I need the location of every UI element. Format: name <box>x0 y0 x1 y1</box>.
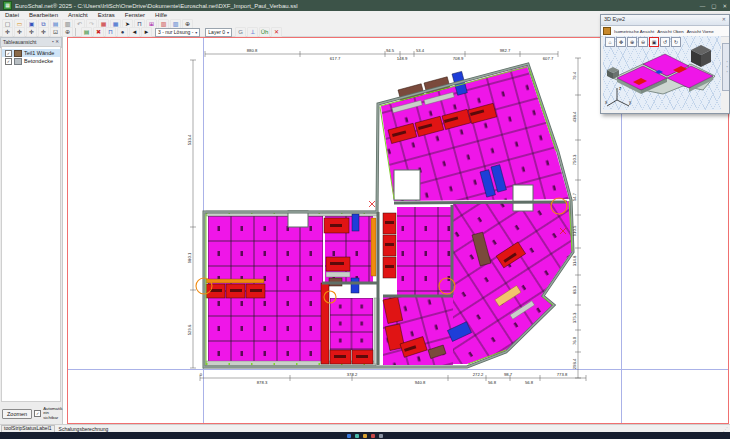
home-view-icon[interactable]: ⌂ <box>605 37 615 47</box>
settings-icon[interactable]: ● <box>117 27 128 37</box>
taskbar-icon[interactable] <box>379 434 383 438</box>
checkbox[interactable]: ✓ <box>5 50 12 57</box>
mode-group: ▤✖Π● <box>81 27 128 37</box>
pan-3d-icon[interactable]: ✥ <box>616 37 626 47</box>
taskbar-icon[interactable] <box>371 434 375 438</box>
viewer3d-overlay-controls: ⌂✥⊕⊖▣↺↻ <box>605 37 681 47</box>
window-title: EuroSchal.net® 2025 - C:\Users\IrliSch\O… <box>15 3 298 9</box>
viewer3d-titlebar[interactable]: 3D Eye2 ✕ <box>601 15 729 26</box>
orbit-active-icon[interactable]: ▣ <box>649 37 659 47</box>
svg-text:880.8: 880.8 <box>247 48 258 53</box>
pin-icon[interactable]: ▪ <box>52 39 54 44</box>
tableau-panel: Tableauansicht ▪ ✕ ✓ Teil1 Wände ✓ Beton… <box>0 37 63 424</box>
svg-text:54.7: 54.7 <box>572 192 577 201</box>
pan-group: ✛✛✛✛⊡⊕ <box>2 27 73 37</box>
svg-text:0: 0 <box>200 372 203 377</box>
svg-text:708.9: 708.9 <box>453 56 464 61</box>
auto-label-2: ein sichtbar <box>43 410 58 420</box>
menu-ansicht[interactable]: Ansicht <box>63 12 93 18</box>
svg-text:375.3: 375.3 <box>572 312 577 323</box>
btn-top-view[interactable]: Ansicht Oben <box>657 29 683 34</box>
zoom-out-3d-icon[interactable]: ⊖ <box>638 37 648 47</box>
tableau-panel-footer: Zoomen ✓ Automatik ein sichtbar <box>0 403 62 424</box>
taskbar-icon[interactable] <box>347 434 351 438</box>
windows-taskbar[interactable] <box>0 432 730 439</box>
checkbox[interactable]: ✓ <box>5 58 12 65</box>
delete-solution-icon[interactable]: ✖ <box>93 27 104 37</box>
viewer3d-scene[interactable]: z y x <box>603 36 721 110</box>
svg-text:982.7: 982.7 <box>500 48 511 53</box>
right-group: G⊥Üh✕ <box>235 27 282 37</box>
zoom-in-3d-icon[interactable]: ⊕ <box>627 37 637 47</box>
iso-building: z y x <box>603 36 721 110</box>
layer-select-value: Layer 0 <box>208 29 225 36</box>
tree-item-slab[interactable]: ✓ Betondecke <box>2 57 60 65</box>
menu-hilfe[interactable]: Hilfe <box>150 12 172 18</box>
menu-bearbeiten[interactable]: Bearbeiten <box>24 12 63 18</box>
close-icon[interactable]: ✕ <box>722 3 727 9</box>
separator <box>75 28 79 36</box>
chevron-down-icon: ▾ <box>195 29 197 36</box>
rotate-right-icon[interactable]: ↻ <box>671 37 681 47</box>
zoom-button[interactable]: Zoomen <box>2 409 32 419</box>
svg-text:79.4: 79.4 <box>572 71 577 80</box>
solution-list-icon[interactable]: ▤ <box>81 27 92 37</box>
close-icon[interactable]: ✕ <box>55 39 59 44</box>
window-controls[interactable]: —▢✕ <box>700 3 727 9</box>
viewer3d-side-tab[interactable]: ▪▪▪ <box>722 43 729 91</box>
svg-text:378.2: 378.2 <box>347 372 358 377</box>
zoom-all-icon[interactable]: ⊕ <box>62 27 73 37</box>
taskbar-icon[interactable] <box>363 434 367 438</box>
pan-right-icon[interactable]: ✛ <box>14 27 25 37</box>
viewer3d-panel[interactable]: 3D Eye2 ✕ Isometrische Ansicht Ansicht O… <box>600 14 730 114</box>
chevron-down-icon: ▾ <box>227 29 229 36</box>
svg-text:438.4: 438.4 <box>572 111 577 122</box>
pan-left-icon[interactable]: ✛ <box>2 27 13 37</box>
svg-text:529.6: 529.6 <box>187 324 192 335</box>
svg-text:533.4: 533.4 <box>187 134 192 145</box>
svg-text:940.8: 940.8 <box>415 380 426 385</box>
next-solution-icon[interactable]: ► <box>141 27 152 37</box>
panel-mode-icon[interactable]: Π <box>105 27 116 37</box>
tree-item-label: Teil1 Wände <box>24 50 54 56</box>
app-icon: ▦ <box>3 1 12 10</box>
cube-icon <box>603 27 611 35</box>
svg-text:148.9: 148.9 <box>397 56 408 61</box>
menu-fenster[interactable]: Fenster <box>120 12 150 18</box>
pan-up-icon[interactable]: ✛ <box>26 27 37 37</box>
titlebar[interactable]: ▦ EuroSchal.net® 2025 - C:\Users\IrliSch… <box>0 0 730 11</box>
rotate-left-icon[interactable]: ↺ <box>660 37 670 47</box>
height-check-icon[interactable]: Üh <box>259 27 270 37</box>
taskbar-icon[interactable] <box>355 434 359 438</box>
close-icon[interactable]: ✕ <box>722 15 726 25</box>
zoom-window-icon[interactable]: ⊡ <box>50 27 61 37</box>
slab-icon <box>14 58 22 65</box>
close-view-icon[interactable]: ✕ <box>271 27 282 37</box>
svg-text:773.8: 773.8 <box>557 372 568 377</box>
auto-checkbox[interactable]: ✓ <box>34 410 41 417</box>
svg-text:298.4: 298.4 <box>572 358 577 369</box>
layer-select[interactable]: Layer 0 ▾ <box>205 28 232 37</box>
svg-text:x: x <box>605 100 608 105</box>
svg-text:94.5: 94.5 <box>386 48 395 53</box>
solution-select[interactable]: 3 - nur Lösung - ▾ <box>155 28 200 37</box>
svg-text:910.5: 910.5 <box>572 225 577 236</box>
svg-text:980.1: 980.1 <box>187 252 192 263</box>
pan-down-icon[interactable]: ✛ <box>38 27 49 37</box>
menu-extras[interactable]: Extras <box>93 12 120 18</box>
viewer3d-title: 3D Eye2 <box>604 15 625 25</box>
perpendicular-icon[interactable]: ⊥ <box>247 27 258 37</box>
btn-front-view[interactable]: Ansicht Vorne <box>687 29 714 34</box>
maximize-icon[interactable]: ▢ <box>711 3 716 9</box>
svg-text:76.0: 76.0 <box>572 336 577 345</box>
prev-solution-icon[interactable]: ◄ <box>129 27 140 37</box>
btn-iso-view[interactable]: Isometrische Ansicht <box>614 29 654 34</box>
grid-toggle-icon[interactable]: G <box>235 27 246 37</box>
menu-datei[interactable]: Datei <box>0 12 24 18</box>
wall-icon <box>14 50 22 57</box>
svg-text:750.3: 750.3 <box>572 154 577 165</box>
application-window: ▦ EuroSchal.net® 2025 - C:\Users\IrliSch… <box>0 0 730 439</box>
minimize-icon[interactable]: — <box>700 3 706 9</box>
tree-item-walls[interactable]: ✓ Teil1 Wände <box>2 49 60 57</box>
svg-text:53.4: 53.4 <box>416 48 425 53</box>
